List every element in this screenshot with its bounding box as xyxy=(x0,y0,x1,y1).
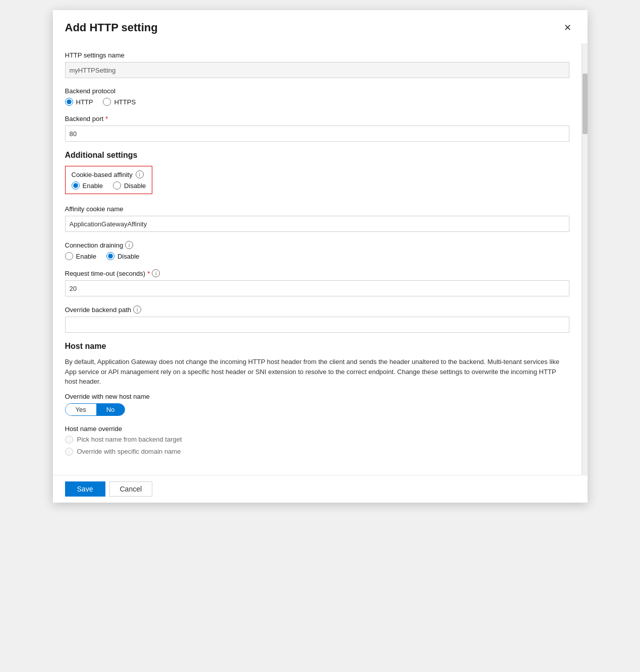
connection-draining-radio-group: Enable Disable xyxy=(65,252,569,260)
override-backend-path-info-icon[interactable]: i xyxy=(133,306,141,314)
cookie-affinity-label: Cookie-based affinity xyxy=(72,171,133,178)
backend-port-required-star: * xyxy=(105,115,108,123)
connection-draining-disable-option[interactable]: Disable xyxy=(106,252,139,260)
cookie-affinity-info-icon[interactable]: i xyxy=(136,170,144,178)
override-yes-button[interactable]: Yes xyxy=(66,404,96,415)
close-button[interactable]: ✕ xyxy=(560,20,575,35)
backend-port-group: Backend port * xyxy=(65,115,569,142)
scrollbar-thumb xyxy=(583,74,588,134)
backend-protocol-http-label: HTTP xyxy=(76,98,93,106)
http-settings-name-input[interactable] xyxy=(65,62,569,78)
host-name-description: By default, Application Gateway does not… xyxy=(65,357,569,387)
request-timeout-label: Request time-out (seconds) * i xyxy=(65,269,569,277)
override-new-host-name-group: Override with new host name Yes No xyxy=(65,393,569,416)
dialog-header: Add HTTP setting ✕ xyxy=(53,10,588,43)
cancel-button[interactable]: Cancel xyxy=(109,481,153,497)
connection-draining-disable-radio[interactable] xyxy=(106,252,114,260)
additional-settings-section: Additional settings Cookie-based affinit… xyxy=(65,151,569,196)
dialog-footer: Save Cancel xyxy=(53,475,588,503)
host-name-override-section: Host name override Pick host name from b… xyxy=(65,425,569,456)
cookie-affinity-label-row: Cookie-based affinity i xyxy=(72,170,146,178)
cookie-affinity-disable-radio[interactable] xyxy=(113,181,121,190)
cookie-affinity-enable-option[interactable]: Enable xyxy=(72,181,103,190)
override-specific-domain-option[interactable]: Override with specific domain name xyxy=(65,448,569,456)
host-name-override-label: Host name override xyxy=(65,425,569,433)
connection-draining-label: Connection draining i xyxy=(65,241,569,249)
scrollbar-area: HTTP settings name Backend protocol HTTP… xyxy=(53,43,588,475)
dialog-content: HTTP settings name Backend protocol HTTP… xyxy=(53,43,581,475)
backend-protocol-radio-group: HTTP HTTPS xyxy=(65,98,569,106)
override-backend-path-input[interactable] xyxy=(65,317,569,333)
host-name-section: Host name By default, Application Gatewa… xyxy=(65,342,569,456)
dialog-title: Add HTTP setting xyxy=(65,21,158,34)
add-http-setting-dialog: Add HTTP setting ✕ HTTP settings name Ba… xyxy=(53,10,588,503)
backend-protocol-https-radio[interactable] xyxy=(103,98,111,106)
cookie-affinity-enable-radio[interactable] xyxy=(72,181,80,190)
additional-settings-title: Additional settings xyxy=(65,151,569,160)
override-specific-domain-radio[interactable] xyxy=(65,448,73,456)
scrollbar[interactable] xyxy=(581,43,588,475)
backend-port-input[interactable] xyxy=(65,126,569,142)
backend-protocol-https-option[interactable]: HTTPS xyxy=(103,98,136,106)
request-timeout-group: Request time-out (seconds) * i xyxy=(65,269,569,296)
override-backend-path-label: Override backend path i xyxy=(65,306,569,314)
http-settings-name-label: HTTP settings name xyxy=(65,51,569,59)
connection-draining-info-icon[interactable]: i xyxy=(125,241,133,249)
override-specific-domain-label: Override with specific domain name xyxy=(77,448,181,455)
cookie-affinity-enable-label: Enable xyxy=(83,182,103,190)
backend-protocol-group: Backend protocol HTTP HTTPS xyxy=(65,87,569,106)
backend-protocol-https-label: HTTPS xyxy=(114,98,136,106)
request-timeout-input[interactable] xyxy=(65,280,569,296)
connection-draining-enable-label: Enable xyxy=(76,253,96,260)
backend-port-label: Backend port * xyxy=(65,115,569,123)
pick-host-name-radio[interactable] xyxy=(65,436,73,444)
cookie-affinity-radio-group: Enable Disable xyxy=(72,181,146,190)
request-timeout-info-icon[interactable]: i xyxy=(152,269,160,277)
pick-host-name-label: Pick host name from backend target xyxy=(77,436,182,443)
backend-protocol-http-radio[interactable] xyxy=(65,98,73,106)
affinity-cookie-name-group: Affinity cookie name xyxy=(65,205,569,232)
affinity-cookie-name-input[interactable] xyxy=(65,216,569,232)
backend-protocol-http-option[interactable]: HTTP xyxy=(65,98,93,106)
request-timeout-required-star: * xyxy=(147,270,150,277)
pick-host-name-option[interactable]: Pick host name from backend target xyxy=(65,436,569,444)
connection-draining-enable-option[interactable]: Enable xyxy=(65,252,96,260)
override-no-button[interactable]: No xyxy=(96,404,125,415)
host-name-section-title: Host name xyxy=(65,342,569,351)
cookie-affinity-disable-label: Disable xyxy=(124,182,146,190)
override-new-host-name-label: Override with new host name xyxy=(65,393,569,400)
backend-protocol-label: Backend protocol xyxy=(65,87,569,95)
cookie-affinity-disable-option[interactable]: Disable xyxy=(113,181,146,190)
connection-draining-enable-radio[interactable] xyxy=(65,252,73,260)
connection-draining-group: Connection draining i Enable Disable xyxy=(65,241,569,260)
close-icon: ✕ xyxy=(564,22,571,33)
connection-draining-disable-label: Disable xyxy=(118,253,139,260)
http-settings-name-group: HTTP settings name xyxy=(65,51,569,78)
affinity-cookie-name-label: Affinity cookie name xyxy=(65,205,569,213)
override-backend-path-group: Override backend path i xyxy=(65,306,569,333)
override-toggle-group: Yes No xyxy=(65,403,126,416)
save-button[interactable]: Save xyxy=(65,481,105,497)
cookie-affinity-box: Cookie-based affinity i Enable Disable xyxy=(65,166,153,194)
